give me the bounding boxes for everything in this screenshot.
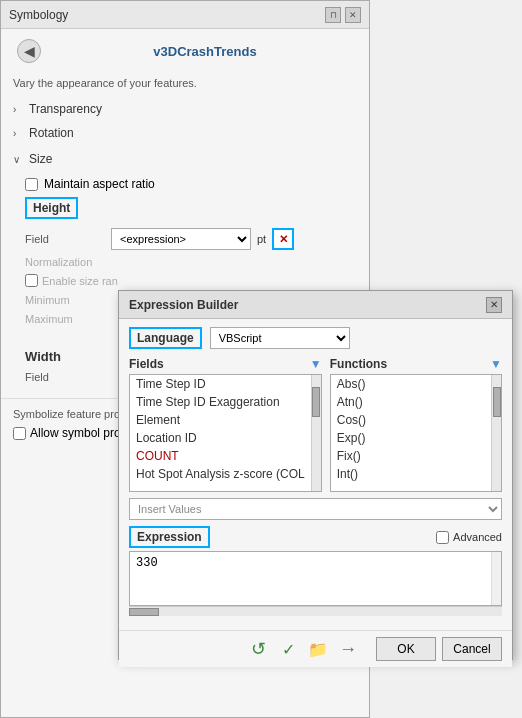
fields-list: Time Step ID Time Step ID Exaggeration E… bbox=[130, 375, 311, 491]
footer-icons: ↺ ✓ 📁 → bbox=[129, 637, 360, 661]
field-select[interactable]: <expression> bbox=[111, 228, 251, 250]
expression-builder-dialog: Expression Builder ✕ Language VBScript F… bbox=[118, 290, 513, 660]
language-select[interactable]: VBScript bbox=[210, 327, 350, 349]
advanced-checkbox[interactable] bbox=[436, 531, 449, 544]
expression-hscrollbar[interactable] bbox=[129, 606, 502, 616]
panel-header-title: Symbology bbox=[9, 8, 68, 22]
back-button[interactable]: ◀ bbox=[17, 39, 41, 63]
panel-header-controls: ⊓ ✕ bbox=[325, 7, 361, 23]
expression-hscrollbar-thumb bbox=[129, 608, 159, 616]
dialog-body: Language VBScript Fields ▼ Time Step ID … bbox=[119, 319, 512, 630]
fields-list-container: Time Step ID Time Step ID Exaggeration E… bbox=[129, 374, 322, 492]
normalization-row: Normalization bbox=[25, 253, 357, 271]
list-item[interactable]: Hot Spot Analysis z-score (COL bbox=[130, 465, 311, 483]
dialog-title: Expression Builder bbox=[129, 298, 238, 312]
normalization-label: Normalization bbox=[25, 256, 105, 268]
expression-label: Expression bbox=[129, 526, 210, 548]
advanced-row: Advanced bbox=[436, 531, 502, 544]
maintain-aspect-row: Maintain aspect ratio bbox=[25, 175, 357, 193]
expression-inner: 330 bbox=[130, 552, 491, 605]
size-header[interactable]: ∨ Size bbox=[1, 147, 369, 171]
insert-values-row: Insert Values bbox=[129, 498, 502, 520]
list-item[interactable]: Int() bbox=[331, 465, 491, 483]
functions-filter-icon[interactable]: ▼ bbox=[490, 357, 502, 371]
enable-size-label: Enable size ran bbox=[42, 275, 118, 287]
height-label: Height bbox=[25, 197, 78, 219]
fields-title: Fields bbox=[129, 357, 164, 371]
fields-column: Fields ▼ Time Step ID Time Step ID Exagg… bbox=[129, 357, 322, 492]
functions-column: Functions ▼ Abs() Atn() Cos() Exp() Fix(… bbox=[330, 357, 502, 492]
list-item[interactable]: Atn() bbox=[331, 393, 491, 411]
functions-scrollbar-thumb bbox=[493, 387, 501, 417]
undo-button[interactable]: ↺ bbox=[246, 637, 270, 661]
list-item[interactable]: Time Step ID bbox=[130, 375, 311, 393]
pin-button[interactable]: ⊓ bbox=[325, 7, 341, 23]
list-item[interactable]: Time Step ID Exaggeration bbox=[130, 393, 311, 411]
field-label: Field bbox=[25, 233, 105, 245]
expression-section: Expression Advanced 330 bbox=[129, 526, 502, 616]
width-field-label: Field bbox=[25, 371, 105, 383]
panel-subtitle: v3DCrashTrends bbox=[49, 40, 361, 63]
transparency-chevron: › bbox=[13, 104, 23, 115]
arrow-right-button[interactable]: → bbox=[336, 637, 360, 661]
fields-scrollbar[interactable] bbox=[311, 375, 321, 491]
enable-size-row: Enable size ran bbox=[25, 271, 357, 290]
insert-values-select[interactable]: Insert Values bbox=[129, 498, 502, 520]
field-row: Field <expression> pt ✕ bbox=[25, 225, 357, 253]
size-chevron: ∨ bbox=[13, 154, 23, 165]
close-button[interactable]: ✕ bbox=[345, 7, 361, 23]
functions-header: Functions ▼ bbox=[330, 357, 502, 371]
fields-scrollbar-thumb bbox=[312, 387, 320, 417]
language-row: Language VBScript bbox=[129, 327, 502, 349]
expr-x-icon: ✕ bbox=[279, 233, 288, 246]
ok-button[interactable]: OK bbox=[376, 637, 436, 661]
expression-input[interactable]: 330 bbox=[130, 552, 491, 602]
expression-container: 330 bbox=[129, 551, 502, 606]
check-button[interactable]: ✓ bbox=[276, 637, 300, 661]
transparency-section[interactable]: › Transparency bbox=[1, 97, 369, 121]
maintain-aspect-label: Maintain aspect ratio bbox=[44, 177, 155, 191]
list-item[interactable]: Fix() bbox=[331, 447, 491, 465]
dialog-footer: ↺ ✓ 📁 → OK Cancel bbox=[119, 630, 512, 667]
allow-symbol-checkbox[interactable] bbox=[13, 427, 26, 440]
symbolize-text1: Symbolize feature bbox=[13, 408, 101, 420]
cancel-button[interactable]: Cancel bbox=[442, 637, 502, 661]
dialog-close-button[interactable]: ✕ bbox=[486, 297, 502, 313]
fields-header: Fields ▼ bbox=[129, 357, 322, 371]
folder-button[interactable]: 📁 bbox=[306, 637, 330, 661]
list-item[interactable]: Abs() bbox=[331, 375, 491, 393]
expression-scrollbar[interactable] bbox=[491, 552, 501, 605]
allow-symbol-label: Allow symbol pro bbox=[30, 426, 121, 440]
functions-title: Functions bbox=[330, 357, 387, 371]
list-item-count[interactable]: COUNT bbox=[130, 447, 311, 465]
expression-button[interactable]: ✕ bbox=[272, 228, 294, 250]
pt-label: pt bbox=[257, 233, 266, 245]
transparency-label: Transparency bbox=[29, 102, 102, 116]
enable-size-checkbox[interactable] bbox=[25, 274, 38, 287]
language-label: Language bbox=[129, 327, 202, 349]
list-item[interactable]: Exp() bbox=[331, 429, 491, 447]
rotation-section[interactable]: › Rotation bbox=[1, 121, 369, 145]
fields-filter-icon[interactable]: ▼ bbox=[310, 357, 322, 371]
maintain-aspect-checkbox[interactable] bbox=[25, 178, 38, 191]
functions-list: Abs() Atn() Cos() Exp() Fix() Int() bbox=[331, 375, 491, 491]
fields-functions-row: Fields ▼ Time Step ID Time Step ID Exagg… bbox=[129, 357, 502, 492]
list-item[interactable]: Location ID bbox=[130, 429, 311, 447]
list-item[interactable]: Cos() bbox=[331, 411, 491, 429]
advanced-label: Advanced bbox=[453, 531, 502, 543]
size-label: Size bbox=[29, 152, 52, 166]
panel-description: Vary the appearance of your features. bbox=[1, 73, 369, 97]
expression-header-row: Expression Advanced bbox=[129, 526, 502, 548]
functions-list-container: Abs() Atn() Cos() Exp() Fix() Int() bbox=[330, 374, 502, 492]
rotation-label: Rotation bbox=[29, 126, 74, 140]
list-item[interactable]: Element bbox=[130, 411, 311, 429]
functions-scrollbar[interactable] bbox=[491, 375, 501, 491]
rotation-chevron: › bbox=[13, 128, 23, 139]
panel-header: Symbology ⊓ ✕ bbox=[1, 1, 369, 29]
dialog-header: Expression Builder ✕ bbox=[119, 291, 512, 319]
